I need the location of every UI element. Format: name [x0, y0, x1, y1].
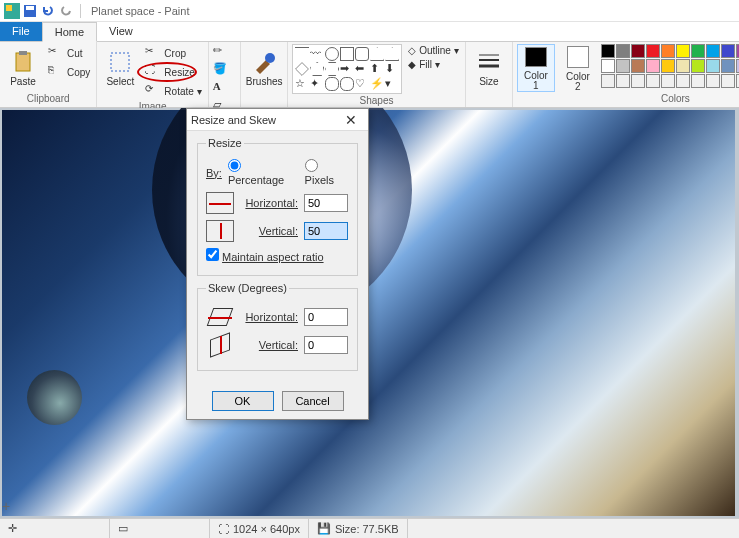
- color-swatch[interactable]: [706, 74, 720, 88]
- color1-button[interactable]: Color 1: [517, 44, 555, 92]
- color-swatch[interactable]: [601, 59, 615, 73]
- pencil-icon[interactable]: ✏: [213, 44, 229, 60]
- select-button[interactable]: Select: [101, 44, 139, 92]
- skew-vertical-label: Vertical:: [240, 339, 298, 351]
- resize-horizontal-input[interactable]: [304, 194, 348, 212]
- window-title: Planet space - Paint: [91, 5, 189, 17]
- resize-icon: ⛶: [145, 64, 161, 80]
- color-swatch[interactable]: [721, 44, 735, 58]
- color-swatch[interactable]: [706, 44, 720, 58]
- save-icon[interactable]: [22, 3, 38, 19]
- skew-horizontal-input[interactable]: [304, 308, 348, 326]
- color-swatch[interactable]: [616, 59, 630, 73]
- crop-button[interactable]: ✂Crop: [143, 44, 203, 62]
- dimensions-icon: ⛶: [218, 523, 229, 535]
- color-swatch[interactable]: [721, 59, 735, 73]
- ribbon: Paste ✂Cut ⎘Copy Clipboard Select ✂Crop …: [0, 42, 739, 108]
- selection-icon: ▭: [118, 522, 128, 535]
- tab-view[interactable]: View: [97, 22, 145, 41]
- color-swatch[interactable]: [601, 74, 615, 88]
- outline-button[interactable]: ◇Outline▾: [406, 44, 461, 57]
- resize-legend: Resize: [206, 137, 244, 149]
- undo-icon[interactable]: [40, 3, 56, 19]
- color-swatch[interactable]: [706, 59, 720, 73]
- by-label: By:: [206, 167, 222, 179]
- color2-button[interactable]: Color 2: [559, 44, 597, 92]
- size-icon: [477, 50, 501, 74]
- horizontal-label: Horizontal:: [240, 197, 298, 209]
- color-swatch[interactable]: [631, 74, 645, 88]
- color-swatch[interactable]: [676, 74, 690, 88]
- color-palette[interactable]: [601, 44, 739, 88]
- vertical-skew-icon: [206, 334, 234, 356]
- status-bar: ✛ ▭ ⛶1024 × 640px 💾Size: 77.5KB: [0, 518, 739, 538]
- size-button[interactable]: Size: [470, 44, 508, 92]
- shapes-gallery[interactable]: 〰 ➡⬅⬆⬇ ☆✦♡⚡▾: [292, 44, 402, 94]
- corner-plus-icon: +: [0, 496, 12, 516]
- ok-button[interactable]: OK: [212, 391, 274, 411]
- copy-button[interactable]: ⎘Copy: [46, 63, 92, 81]
- horizontal-skew-icon: [206, 306, 234, 328]
- color-swatch[interactable]: [616, 44, 630, 58]
- crop-icon: ✂: [145, 45, 161, 61]
- color-swatch[interactable]: [691, 59, 705, 73]
- group-shapes: 〰 ➡⬅⬆⬇ ☆✦♡⚡▾ ◇Outline▾ ◆Fill▾ Shapes: [288, 42, 466, 107]
- group-size: Size: [466, 42, 513, 107]
- svg-rect-3: [26, 6, 34, 10]
- color-swatch[interactable]: [646, 44, 660, 58]
- group-label-clipboard: Clipboard: [4, 92, 92, 105]
- dialog-title-text: Resize and Skew: [191, 114, 276, 126]
- radio-percentage[interactable]: Percentage: [228, 159, 299, 186]
- resize-skew-dialog: Resize and Skew ✕ Resize By: Percentage …: [186, 108, 369, 420]
- group-brushes: Brushes: [241, 42, 288, 107]
- color-swatch[interactable]: [646, 74, 660, 88]
- text-icon[interactable]: A: [213, 80, 229, 96]
- color-swatch[interactable]: [676, 44, 690, 58]
- fill-button[interactable]: ◆Fill▾: [406, 58, 461, 71]
- resize-button[interactable]: ⛶Resize: [143, 63, 203, 81]
- svg-rect-1: [6, 5, 12, 11]
- color-swatch[interactable]: [691, 44, 705, 58]
- color-swatch[interactable]: [616, 74, 630, 88]
- close-icon[interactable]: ✕: [338, 112, 364, 128]
- skew-horizontal-label: Horizontal:: [240, 311, 298, 323]
- color-swatch[interactable]: [661, 59, 675, 73]
- color-swatch[interactable]: [631, 44, 645, 58]
- tab-home[interactable]: Home: [42, 22, 97, 42]
- paste-button[interactable]: Paste: [4, 44, 42, 92]
- dialog-titlebar: Resize and Skew ✕: [187, 109, 368, 131]
- color-swatch[interactable]: [661, 74, 675, 88]
- brush-icon: [252, 50, 276, 74]
- skew-legend: Skew (Degrees): [206, 282, 289, 294]
- tab-file[interactable]: File: [0, 22, 42, 41]
- cut-icon: ✂: [48, 45, 64, 61]
- color-swatch[interactable]: [676, 59, 690, 73]
- canvas-area: [0, 108, 739, 518]
- color-swatch[interactable]: [631, 59, 645, 73]
- color-swatch[interactable]: [691, 74, 705, 88]
- horizontal-resize-icon: [206, 192, 234, 214]
- rotate-button[interactable]: ⟳Rotate▾: [143, 82, 203, 100]
- paste-icon: [11, 50, 35, 74]
- color-swatch[interactable]: [661, 44, 675, 58]
- radio-pixels[interactable]: Pixels: [305, 159, 349, 186]
- resize-vertical-input[interactable]: [304, 222, 348, 240]
- color-swatch[interactable]: [601, 44, 615, 58]
- fill-icon[interactable]: 🪣: [213, 62, 229, 78]
- maintain-aspect-checkbox[interactable]: Maintain aspect ratio: [206, 248, 324, 263]
- status-filesize: 💾Size: 77.5KB: [309, 519, 408, 538]
- vertical-label: Vertical:: [240, 225, 298, 237]
- skew-fieldset: Skew (Degrees) Horizontal: Vertical:: [197, 282, 358, 371]
- cancel-button[interactable]: Cancel: [282, 391, 344, 411]
- cut-button[interactable]: ✂Cut: [46, 44, 92, 62]
- disk-icon: 💾: [317, 522, 331, 535]
- resize-fieldset: Resize By: Percentage Pixels Horizontal:…: [197, 137, 358, 276]
- skew-vertical-input[interactable]: [304, 336, 348, 354]
- redo-icon[interactable]: [58, 3, 74, 19]
- svg-point-7: [265, 53, 275, 63]
- color-swatch[interactable]: [646, 59, 660, 73]
- select-icon: [108, 50, 132, 74]
- color-swatch[interactable]: [721, 74, 735, 88]
- app-icon: [4, 3, 20, 19]
- brushes-button[interactable]: Brushes: [245, 44, 283, 92]
